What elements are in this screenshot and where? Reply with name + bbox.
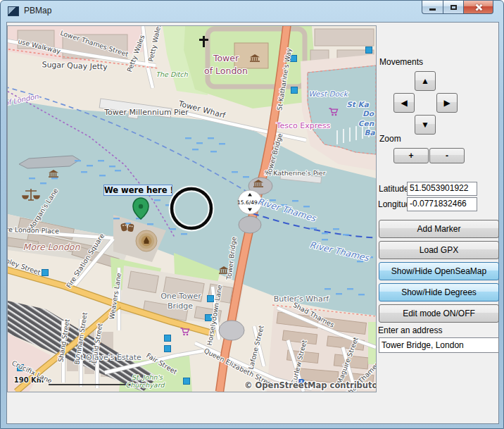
map-label: Do <box>363 109 374 118</box>
seamark-dash <box>115 170 121 171</box>
seamark-dash <box>147 223 153 225</box>
edit-node[interactable] <box>366 47 372 54</box>
seamark-dash <box>181 233 187 235</box>
edit-node[interactable] <box>291 87 298 94</box>
seamark-dash <box>210 151 217 152</box>
latitude-label: Latitude <box>379 184 409 194</box>
edit-node[interactable] <box>165 335 171 342</box>
maximize-button[interactable] <box>443 1 464 14</box>
minimize-button[interactable] <box>422 1 443 14</box>
map-label: Ba <box>364 128 375 137</box>
map-label: Tower Millennium Pier <box>103 108 189 117</box>
map-canvas[interactable]: P 190 Km 15.6/49.6 use WalkwayS <box>8 26 376 392</box>
seamark-dash <box>333 228 339 230</box>
seamark-dash <box>358 294 365 295</box>
map-label: of London <box>204 66 248 76</box>
map-label: St Olave's Estate <box>75 353 141 362</box>
map-label: The Ditch <box>156 70 189 78</box>
marker-tooltip: We were here ! <box>103 185 172 196</box>
move-left-button[interactable]: ◀ <box>393 93 415 113</box>
map-label: More London <box>23 242 81 252</box>
seamark-dash <box>343 234 349 235</box>
zoom-label: Zoom <box>379 134 401 144</box>
minimize-icon <box>429 8 436 11</box>
title-bar[interactable]: PBMap <box>1 1 503 22</box>
seamark-dash <box>208 137 214 139</box>
seamark-dash <box>310 228 317 229</box>
map-label: Butler's Wharf <box>274 294 330 304</box>
add-marker-button[interactable]: Add Marker <box>379 220 499 238</box>
seamark-dash <box>336 293 342 294</box>
map-label: St Ka <box>346 100 369 108</box>
seamark-dash <box>192 149 199 150</box>
map-label: © OpenStreetMap contributors <box>244 380 376 390</box>
edit-node[interactable] <box>165 346 171 352</box>
maximize-icon <box>451 5 457 10</box>
app-window: PBMap <box>0 0 504 429</box>
seamark-dash <box>98 160 104 161</box>
seamark-dash <box>154 199 160 201</box>
up-arrow-icon: ▲ <box>421 76 429 86</box>
seamark-dash <box>87 165 93 166</box>
seamark-dash <box>185 137 191 139</box>
address-input[interactable]: Tower Bridge, London <box>379 337 499 353</box>
seamark-dash <box>109 166 115 167</box>
latitude-input[interactable]: 51.5053901922 <box>407 182 477 196</box>
zoom-in-button[interactable]: + <box>393 148 429 163</box>
seamark-dash <box>113 218 120 219</box>
seamark-dash <box>99 175 106 176</box>
seamark-dash <box>40 182 46 184</box>
seamark-dash <box>219 143 225 144</box>
scoop-amphitheatre <box>136 230 157 251</box>
move-up-button[interactable]: ▲ <box>415 71 436 91</box>
edit-node[interactable] <box>42 270 49 276</box>
movements-label: Movements <box>379 57 423 67</box>
seamark-dash <box>51 178 58 179</box>
address-label: Enter an address <box>378 325 442 335</box>
seamark-dash <box>347 288 353 290</box>
map-label: Bridge <box>168 301 193 311</box>
window-title: PBMap <box>24 6 51 15</box>
close-icon <box>474 4 482 11</box>
map-label: Tesco Express <box>276 121 331 130</box>
map-label: Tower <box>213 53 239 63</box>
left-arrow-icon: ◀ <box>401 98 407 108</box>
move-down-button[interactable]: ▼ <box>415 115 436 135</box>
edit-node[interactable] <box>184 378 190 385</box>
seamark-dash <box>243 176 249 178</box>
down-arrow-icon: ▼ <box>421 120 429 130</box>
close-button[interactable] <box>464 1 493 14</box>
map-label: St. John's <box>132 373 163 381</box>
map-label: One Tower <box>160 292 201 301</box>
seamark-dash <box>29 178 35 179</box>
seamark-dash <box>232 171 238 173</box>
move-right-button[interactable]: ▶ <box>436 93 458 113</box>
map-label: Churchyard <box>126 381 165 389</box>
app-icon <box>8 6 19 16</box>
toggle-degrees-button[interactable]: Show/Hide Degrees <box>379 283 499 301</box>
seamark-dash <box>170 228 176 230</box>
seamark-dash <box>322 232 328 234</box>
seamark-dash <box>325 288 331 290</box>
longitude-input[interactable]: -0.0771832466 <box>407 197 477 211</box>
seamark-dash <box>292 200 298 201</box>
zoom-out-button[interactable]: - <box>429 148 465 163</box>
edit-mode-button[interactable]: Edit mode ON/OFF <box>379 304 499 323</box>
seamark-dash <box>81 171 87 173</box>
seamark-dash <box>75 160 81 161</box>
map-label: Cen <box>358 119 374 128</box>
load-gpx-button[interactable]: Load GPX <box>379 241 499 259</box>
seamark-dash <box>303 206 310 207</box>
right-arrow-icon: ▶ <box>443 98 450 108</box>
seamark-dash <box>322 239 328 240</box>
seamark-dash <box>196 142 203 144</box>
toggle-openseamap-button[interactable]: Show/Hide OpenSeaMap <box>379 262 499 280</box>
map-label: West Dock <box>308 89 348 98</box>
